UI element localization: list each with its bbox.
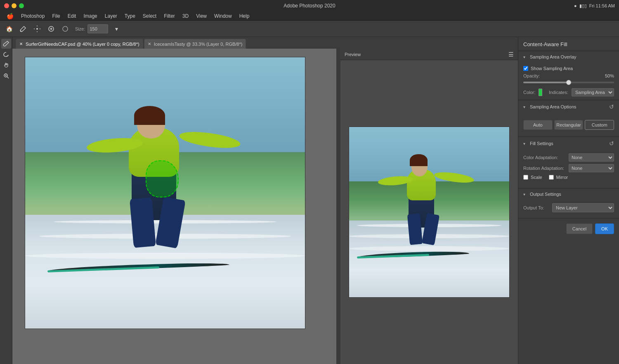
menu-filter[interactable]: Filter — [161, 12, 178, 20]
rectangular-button[interactable]: Rectangular — [554, 120, 584, 130]
main-canvas[interactable] — [12, 49, 336, 364]
tab-1[interactable]: ✕ IceceamIsTasty @ 33.3% (Layer 0, RGB/8… — [144, 39, 246, 49]
tabs-bar: ✕ SurferGirlNeedsCAF.psd @ 40% (Layer 0 … — [12, 37, 518, 49]
color-swatch[interactable] — [539, 89, 542, 96]
rotation-adaptation-row: Rotation Adaptation: None Low Medium Hig… — [523, 164, 614, 172]
panel-title: Content-Aware Fill — [518, 37, 619, 51]
ok-button[interactable]: OK — [595, 223, 614, 234]
home-button[interactable]: 🏠 — [3, 23, 15, 35]
sampling-options-title: Sampling Area Options — [530, 104, 576, 109]
scale-mirror-row: Scale Mirror — [523, 175, 614, 182]
color-adaptation-label: Color Adaptation: — [523, 155, 569, 160]
sampling-overlay-section: ▾ Sampling Area Overlay Show Sampling Ar… — [518, 51, 619, 100]
traffic-lights — [4, 3, 24, 8]
custom-button[interactable]: Custom — [585, 120, 614, 130]
workspace: Preview ☰ — [12, 49, 518, 364]
menu-window[interactable]: Window — [211, 12, 235, 20]
lasso-tool-icon[interactable] — [1, 49, 11, 59]
show-sampling-row: Show Sampling Area — [523, 66, 614, 71]
preview-image — [349, 127, 510, 298]
minimize-button[interactable] — [12, 3, 17, 8]
output-to-label: Output To: — [523, 205, 552, 210]
tab-1-label: IceceamIsTasty @ 33.3% (Layer 0, RGB/8*) — [154, 42, 243, 47]
scale-checkbox[interactable] — [523, 175, 528, 180]
output-settings-chevron: ▾ — [523, 192, 528, 197]
subtract-btn[interactable] — [59, 23, 71, 35]
menubar: 🍎 Photoshop File Edit Image Layer Type S… — [0, 12, 619, 21]
menu-file[interactable]: File — [49, 12, 63, 20]
fill-settings-content: Color Adaptation: None Default High Very… — [518, 150, 619, 188]
options-toolbar: 🏠 Size: ▾ — [0, 21, 619, 37]
tab-0[interactable]: ✕ SurferGirlNeedsCAF.psd @ 40% (Layer 0 … — [16, 39, 143, 49]
color-label: Color: — [523, 90, 535, 95]
menu-edit[interactable]: Edit — [64, 12, 80, 20]
tab-1-close[interactable]: ✕ — [148, 42, 151, 46]
opacity-row: Opacity: 50% — [523, 73, 614, 78]
wifi-icon: ● — [574, 3, 577, 8]
maximize-button[interactable] — [19, 3, 24, 8]
preview-image-container — [340, 60, 518, 364]
rotation-adaptation-select[interactable]: None Low Medium High Full — [569, 164, 614, 172]
output-to-row: Output To: New Layer Current Layer Dupli… — [523, 203, 614, 212]
scale-label: Scale — [531, 175, 542, 180]
mirror-row: Mirror — [549, 175, 568, 180]
fill-settings-reset[interactable]: ↺ — [609, 140, 614, 147]
sampling-options-header[interactable]: ▾ Sampling Area Options ↺ — [518, 100, 619, 113]
color-adaptation-row: Color Adaptation: None Default High Very… — [523, 153, 614, 162]
menu-image[interactable]: Image — [80, 12, 100, 20]
opacity-slider-thumb[interactable] — [566, 80, 571, 85]
close-button[interactable] — [4, 3, 9, 8]
sampling-overlay-content: Show Sampling Area Opacity: 50% Color: I… — [518, 63, 619, 100]
sampling-options-section: ▾ Sampling Area Options ↺ Auto Rectangul… — [518, 100, 619, 137]
window-title: Adobe Photoshop 2020 — [284, 3, 335, 9]
menu-help[interactable]: Help — [236, 12, 253, 20]
menu-layer[interactable]: Layer — [102, 12, 120, 20]
zoom-tool-icon[interactable] — [1, 71, 11, 81]
show-sampling-label: Show Sampling Area — [531, 66, 573, 71]
menu-select[interactable]: Select — [139, 12, 160, 20]
sampling-overlay-header[interactable]: ▾ Sampling Area Overlay — [518, 51, 619, 63]
brush-tool-btn[interactable] — [17, 23, 29, 35]
tab-0-close[interactable]: ✕ — [19, 42, 23, 46]
brush-tool-icon[interactable] — [1, 39, 11, 49]
size-input[interactable] — [87, 24, 108, 33]
sampling-options-chevron: ▾ — [523, 105, 528, 109]
menu-type[interactable]: Type — [121, 12, 139, 20]
fill-settings-header[interactable]: ▾ Fill Settings ↺ — [518, 137, 619, 150]
surfer-image — [25, 57, 305, 329]
hand-tool-icon[interactable] — [1, 60, 11, 70]
apple-menu[interactable]: 🍎 — [3, 13, 17, 19]
output-settings-header[interactable]: ▾ Output Settings — [518, 188, 619, 200]
canvas-divider[interactable] — [336, 49, 340, 364]
size-label: Size: — [75, 26, 85, 31]
bottom-actions: Cancel OK — [518, 218, 619, 239]
mirror-label: Mirror — [556, 175, 568, 180]
size-dropdown[interactable]: ▾ — [111, 23, 122, 35]
menu-view[interactable]: View — [193, 12, 210, 20]
clock: Fri 11:56 AM — [589, 3, 615, 8]
menu-3d[interactable]: 3D — [179, 12, 192, 20]
tab-0-label: SurferGirlNeedsCAF.psd @ 40% (Layer 0 co… — [26, 42, 139, 47]
color-adaptation-select[interactable]: None Default High Very High — [569, 153, 614, 162]
menu-photoshop[interactable]: Photoshop — [18, 12, 48, 20]
output-settings-content: Output To: New Layer Current Layer Dupli… — [518, 200, 619, 218]
opacity-slider-container — [523, 82, 614, 87]
canvas-area: ✕ SurferGirlNeedsCAF.psd @ 40% (Layer 0 … — [12, 37, 518, 364]
output-settings-section: ▾ Output Settings Output To: New Layer C… — [518, 188, 619, 218]
cancel-button[interactable]: Cancel — [566, 223, 593, 234]
output-to-select[interactable]: New Layer Current Layer Duplicate Layer — [552, 203, 614, 212]
show-sampling-checkbox[interactable] — [523, 66, 528, 71]
indicates-select[interactable]: Sampling Area Excluded Area — [572, 88, 614, 96]
auto-button[interactable]: Auto — [523, 120, 553, 130]
mirror-checkbox[interactable] — [549, 175, 554, 180]
move-tool-btn[interactable] — [31, 23, 43, 35]
sampling-options-content: Auto Rectangular Custom — [518, 113, 619, 136]
sampling-overlay-title: Sampling Area Overlay — [530, 54, 576, 59]
fill-settings-title: Fill Settings — [530, 141, 553, 146]
sampling-options-reset[interactable]: ↺ — [609, 103, 614, 110]
opacity-label: Opacity: — [523, 73, 544, 78]
opacity-slider-track — [523, 82, 614, 83]
fill-settings-chevron: ▾ — [523, 141, 528, 146]
preview-menu[interactable]: ☰ — [508, 51, 514, 58]
add-btn[interactable] — [45, 23, 57, 35]
